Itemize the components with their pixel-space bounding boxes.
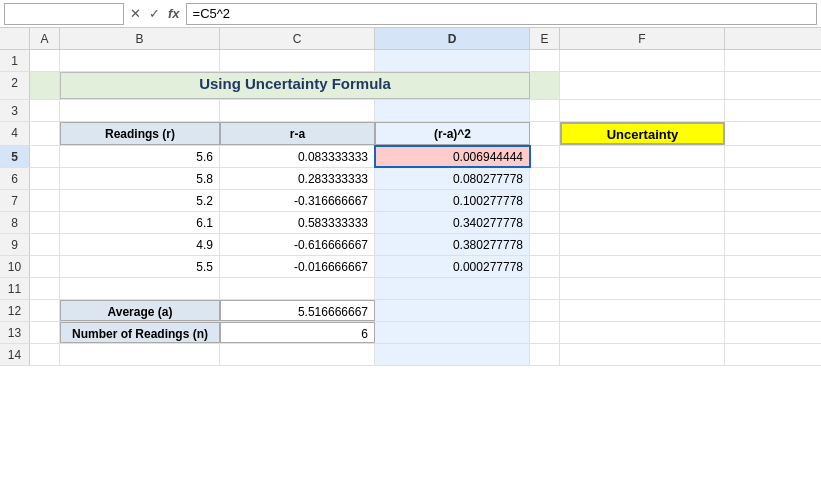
col-header-f[interactable]: F xyxy=(560,28,725,49)
cell-e3[interactable] xyxy=(530,100,560,121)
title-cell: Using Uncertainty Formula xyxy=(60,72,530,99)
cell-e12[interactable] xyxy=(530,300,560,321)
cell-b8[interactable]: 6.1 xyxy=(60,212,220,233)
cell-d10[interactable]: 0.000277778 xyxy=(375,256,530,277)
cell-a14[interactable] xyxy=(30,344,60,365)
row-7: 7 5.2 -0.316666667 0.100277778 xyxy=(0,190,821,212)
cell-f11[interactable] xyxy=(560,278,725,299)
cell-f8[interactable] xyxy=(560,212,725,233)
cell-a9[interactable] xyxy=(30,234,60,255)
col-header-a[interactable]: A xyxy=(30,28,60,49)
cell-b9[interactable]: 4.9 xyxy=(60,234,220,255)
cell-f10[interactable] xyxy=(560,256,725,277)
cell-e6[interactable] xyxy=(530,168,560,189)
cell-a3[interactable] xyxy=(30,100,60,121)
cell-c12-value[interactable]: 5.516666667 xyxy=(220,300,375,321)
cell-e7[interactable] xyxy=(530,190,560,211)
cell-b14[interactable] xyxy=(60,344,220,365)
cell-c4-header: r-a xyxy=(220,122,375,145)
row-14: 14 xyxy=(0,344,821,366)
cell-b7[interactable]: 5.2 xyxy=(60,190,220,211)
cell-e1[interactable] xyxy=(530,50,560,71)
row-4: 4 Readings (r) r-a (r-a)^2 Uncertainty xyxy=(0,122,821,146)
cell-b1[interactable] xyxy=(60,50,220,71)
cell-b6[interactable]: 5.8 xyxy=(60,168,220,189)
cell-e11[interactable] xyxy=(530,278,560,299)
cell-c8[interactable]: 0.583333333 xyxy=(220,212,375,233)
cell-a4[interactable] xyxy=(30,122,60,145)
cell-f6[interactable] xyxy=(560,168,725,189)
row-9: 9 4.9 -0.616666667 0.380277778 xyxy=(0,234,821,256)
cell-c13-value[interactable]: 6 xyxy=(220,322,375,343)
cell-d13[interactable] xyxy=(375,322,530,343)
cell-a12[interactable] xyxy=(30,300,60,321)
cell-e5[interactable] xyxy=(530,146,560,167)
col-header-e[interactable]: E xyxy=(530,28,560,49)
cell-d8[interactable]: 0.340277778 xyxy=(375,212,530,233)
column-headers: A B C D E F xyxy=(0,28,821,50)
cell-a2[interactable] xyxy=(30,72,60,99)
cell-a11[interactable] xyxy=(30,278,60,299)
cell-e9[interactable] xyxy=(530,234,560,255)
cell-f9[interactable] xyxy=(560,234,725,255)
cell-b12-label: Average (a) xyxy=(60,300,220,321)
cell-e2[interactable] xyxy=(530,72,560,99)
cell-c5[interactable]: 0.083333333 xyxy=(220,146,375,167)
cell-b11[interactable] xyxy=(60,278,220,299)
cell-d12[interactable] xyxy=(375,300,530,321)
cell-d3[interactable] xyxy=(375,100,530,121)
cell-d6[interactable]: 0.080277778 xyxy=(375,168,530,189)
col-header-b[interactable]: B xyxy=(60,28,220,49)
cell-b13-label: Number of Readings (n) xyxy=(60,322,220,343)
cell-a7[interactable] xyxy=(30,190,60,211)
cell-a10[interactable] xyxy=(30,256,60,277)
col-header-c[interactable]: C xyxy=(220,28,375,49)
cell-b10[interactable]: 5.5 xyxy=(60,256,220,277)
cell-e14[interactable] xyxy=(530,344,560,365)
row-num-2: 2 xyxy=(0,72,30,99)
cell-e4[interactable] xyxy=(530,122,560,145)
cell-a1[interactable] xyxy=(30,50,60,71)
cell-d14[interactable] xyxy=(375,344,530,365)
row-num-14: 14 xyxy=(0,344,30,365)
cell-f5[interactable] xyxy=(560,146,725,167)
cell-f2[interactable] xyxy=(560,72,725,99)
cell-b5[interactable]: 5.6 xyxy=(60,146,220,167)
cell-f7[interactable] xyxy=(560,190,725,211)
cell-d7[interactable]: 0.100277778 xyxy=(375,190,530,211)
cell-c9[interactable]: -0.616666667 xyxy=(220,234,375,255)
fx-icon[interactable]: fx xyxy=(168,6,180,21)
cell-c1[interactable] xyxy=(220,50,375,71)
formula-input[interactable]: =C5^2 xyxy=(186,3,817,25)
cell-f14[interactable] xyxy=(560,344,725,365)
cell-c6[interactable]: 0.283333333 xyxy=(220,168,375,189)
cell-b3[interactable] xyxy=(60,100,220,121)
cell-d9[interactable]: 0.380277778 xyxy=(375,234,530,255)
cell-c14[interactable] xyxy=(220,344,375,365)
cell-d1[interactable] xyxy=(375,50,530,71)
cell-f3[interactable] xyxy=(560,100,725,121)
cell-c7[interactable]: -0.316666667 xyxy=(220,190,375,211)
cell-f1[interactable] xyxy=(560,50,725,71)
row-num-7: 7 xyxy=(0,190,30,211)
cell-d5[interactable]: 0.006944444 xyxy=(375,146,530,167)
cell-a6[interactable] xyxy=(30,168,60,189)
cell-d11[interactable] xyxy=(375,278,530,299)
row-3: 3 xyxy=(0,100,821,122)
cell-a5[interactable] xyxy=(30,146,60,167)
cell-f12[interactable] xyxy=(560,300,725,321)
cell-e10[interactable] xyxy=(530,256,560,277)
cell-e13[interactable] xyxy=(530,322,560,343)
col-header-d[interactable]: D xyxy=(375,28,530,49)
cell-c3[interactable] xyxy=(220,100,375,121)
confirm-icon[interactable]: ✓ xyxy=(149,6,160,21)
cell-f13[interactable] xyxy=(560,322,725,343)
cell-c10[interactable]: -0.016666667 xyxy=(220,256,375,277)
row-num-corner xyxy=(0,28,30,49)
cancel-icon[interactable]: ✕ xyxy=(130,6,141,21)
cell-a13[interactable] xyxy=(30,322,60,343)
cell-c11[interactable] xyxy=(220,278,375,299)
cell-a8[interactable] xyxy=(30,212,60,233)
name-box[interactable]: D5 xyxy=(4,3,124,25)
cell-e8[interactable] xyxy=(530,212,560,233)
